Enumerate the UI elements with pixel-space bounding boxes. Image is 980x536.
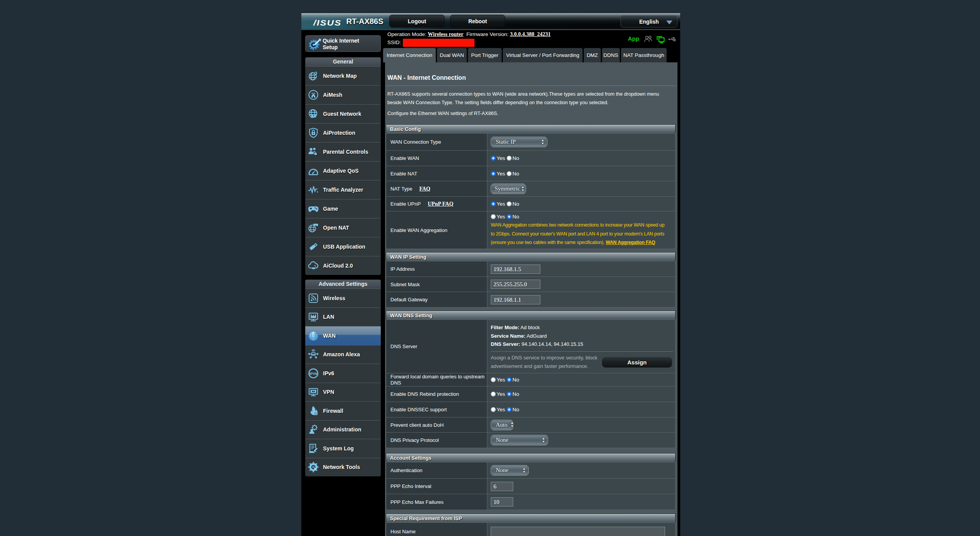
svg-text:IPV6: IPV6	[309, 372, 317, 376]
